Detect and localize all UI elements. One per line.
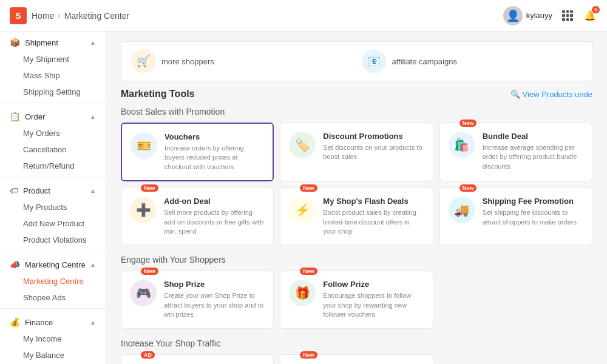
flash-desc: Boost product sales by creating limited-… [323,208,424,236]
section-header: Marketing Tools 🔍 View Products unde [121,89,592,99]
partial-text-1: more shoppers [161,57,214,66]
sidebar-item-cancellation[interactable]: Cancellation [0,141,106,158]
shop-prize-info: Shop Prize Create your own Shop Prize to… [164,280,265,319]
grid-icon[interactable] [562,10,573,21]
sidebar-item-product-violations[interactable]: Product Violations [0,232,106,248]
view-link-text: View Products unde [523,90,592,99]
sidebar-item-shopee-ads[interactable]: Shopee Ads [0,289,106,306]
follow-prize-info: Follow Prize Encourage shoppers to follo… [323,280,424,319]
marketing-label: Marketing Centre [25,260,86,269]
tool-card-addon[interactable]: New ➕ Add-on Deal Sell more products by … [121,187,274,245]
header-left: S Home › Marketing Center [10,7,129,24]
partial-item-1: 🛒 more shoppers [131,49,352,73]
tool-card-bundle[interactable]: New 🛍️ Bundle Deal Increase average spen… [439,123,592,181]
tool-card-discount[interactable]: 🏷️ Discount Promotions Set discounts on … [280,123,433,181]
vouchers-desc: Increase orders by offering buyers reduc… [164,144,264,172]
sidebar-section-finance: 💰 Finance ▲ My Income My Balance Bank Ac… [0,311,106,364]
boost-tools-grid: 🎫 Vouchers Increase orders by offering b… [121,123,592,245]
sidebar-group-finance[interactable]: 💰 Finance ▲ [0,311,106,331]
traffic-tools-grid: AD 📢 Shopee Ads Increase exposure and dr… [121,354,592,364]
partial-icon-1: 🛒 [131,49,155,73]
finance-icon: 💰 [10,317,20,327]
chevron-up-icon-finance: ▲ [90,319,96,326]
sidebar-item-my-income[interactable]: My Income [0,331,106,347]
marketing-icon: 📣 [10,260,20,269]
tool-card-shipping-fee[interactable]: New 🚚 Shipping Fee Promotion Set shippin… [439,187,592,245]
shipment-icon: 📦 [10,38,20,47]
chevron-up-icon: ▲ [90,39,96,46]
sidebar-item-shipping-setting[interactable]: Shipping Setting [0,84,106,100]
shopee-ads-new-badge: AD [141,351,155,359]
engage-section-title: Engage with Your Shoppers [121,255,592,265]
partial-text-2: affiliate campaigns [392,57,457,66]
view-link[interactable]: 🔍 View Products unde [510,90,592,99]
tool-card-follow-prize[interactable]: New 🎁 Follow Prize Encourage shoppers to… [280,271,433,328]
top-partial-section: 🛒 more shoppers 📧 affiliate campaigns [121,41,592,81]
tool-card-shop-prize[interactable]: New 🎮 Shop Prize Create your own Shop Pr… [121,271,274,328]
vouchers-info: Vouchers Increase orders by offering buy… [164,132,264,172]
flash-new-badge: New [300,184,317,192]
tool-card-shopee-ads[interactable]: AD 📢 Shopee Ads Increase exposure and dr… [121,354,274,364]
sidebar-item-mass-ship[interactable]: Mass Ship [0,67,106,84]
breadcrumb-home[interactable]: Home [32,11,54,21]
partial-item-2: 📧 affiliate campaigns [362,49,583,73]
sidebar-group-marketing[interactable]: 📣 Marketing Centre ▲ [0,254,106,273]
flash-info: My Shop's Flash Deals Boost product sale… [323,197,424,236]
product-icon: 🏷 [10,186,18,195]
vouchers-name: Vouchers [164,132,264,141]
chevron-up-icon-marketing: ▲ [90,261,96,268]
chevron-up-icon-order: ▲ [90,113,96,120]
bundle-info: Bundle Deal Increase average spending pe… [483,132,583,171]
breadcrumb: Home › Marketing Center [32,11,129,21]
header: S Home › Marketing Center 👤 kylauyy 🔔 9 [0,0,607,32]
sidebar-section-order: 📋 Order ▲ My Orders Cancellation Return/… [0,106,106,174]
sidebar-group-product[interactable]: 🏷 Product ▲ [0,180,106,199]
sidebar-item-my-balance[interactable]: My Balance [0,347,106,363]
addon-icon: ➕ [130,197,157,223]
bundle-name: Bundle Deal [483,132,583,141]
shop-prize-desc: Create your own Shop Prize to attract bu… [164,291,265,319]
user-info[interactable]: 👤 kylauyy [503,6,552,25]
main-content: 🛒 more shoppers 📧 affiliate campaigns Ma… [106,32,607,364]
shopee-logo: S [10,7,27,24]
shipping-fee-new-badge: New [459,184,477,192]
main-layout: 📦 Shipment ▲ My Shipment Mass Ship Shipp… [0,32,607,364]
flash-icon: ⚡ [289,197,316,223]
section-title: Marketing Tools [121,89,195,99]
sidebar-item-marketing-centre[interactable]: Marketing Centre [0,273,106,289]
shipment-label: Shipment [25,38,58,47]
shipping-fee-info: Shipping Fee Promotion Set shipping fee … [483,197,583,227]
tool-card-flash[interactable]: New ⚡ My Shop's Flash Deals Boost produc… [280,187,433,245]
sidebar-section-marketing: 📣 Marketing Centre ▲ Marketing Centre Sh… [0,254,106,306]
boost-section-title: Boost Sales with Promotion [121,107,592,116]
discount-info: Discount Promotions Set discounts on you… [323,132,424,162]
sidebar-group-shipment[interactable]: 📦 Shipment ▲ [0,32,106,51]
avatar-icon: 👤 [506,9,520,22]
avatar: 👤 [503,6,523,25]
sidebar-item-my-shipment[interactable]: My Shipment [0,51,106,67]
tool-card-vouchers[interactable]: 🎫 Vouchers Increase orders by offering b… [121,123,274,181]
notification-button[interactable]: 🔔 9 [583,8,597,23]
sidebar-item-my-orders[interactable]: My Orders [0,125,106,141]
chevron-up-icon-product: ▲ [90,187,96,194]
flash-name: My Shop's Flash Deals [323,197,424,206]
order-icon: 📋 [10,112,20,121]
partial-icon-2: 📧 [362,49,386,73]
notification-badge: 9 [592,6,600,13]
shop-prize-new-badge: New [141,268,158,275]
header-right: 👤 kylauyy 🔔 9 [503,6,597,25]
sidebar-item-add-new-product[interactable]: Add New Product [0,215,106,232]
discount-name: Discount Promotions [323,132,424,141]
addon-new-badge: New [141,184,158,192]
follow-prize-new-badge: New [300,268,317,275]
sidebar-item-my-products[interactable]: My Products [0,199,106,215]
shop-prize-icon: 🎮 [130,280,157,306]
order-label: Order [25,112,45,121]
shipping-fee-icon: 🚚 [449,197,475,223]
tool-card-top-picks[interactable]: New ⭐ Top Picks Drive traffic to selecte… [280,354,433,364]
shipping-fee-desc: Set shipping fee discounts to attract sh… [483,208,583,227]
sidebar-group-order[interactable]: 📋 Order ▲ [0,106,106,125]
sidebar-section-product: 🏷 Product ▲ My Products Add New Product … [0,180,106,248]
sidebar-item-return-refund[interactable]: Return/Refund [0,158,106,174]
shop-prize-name: Shop Prize [164,280,265,289]
